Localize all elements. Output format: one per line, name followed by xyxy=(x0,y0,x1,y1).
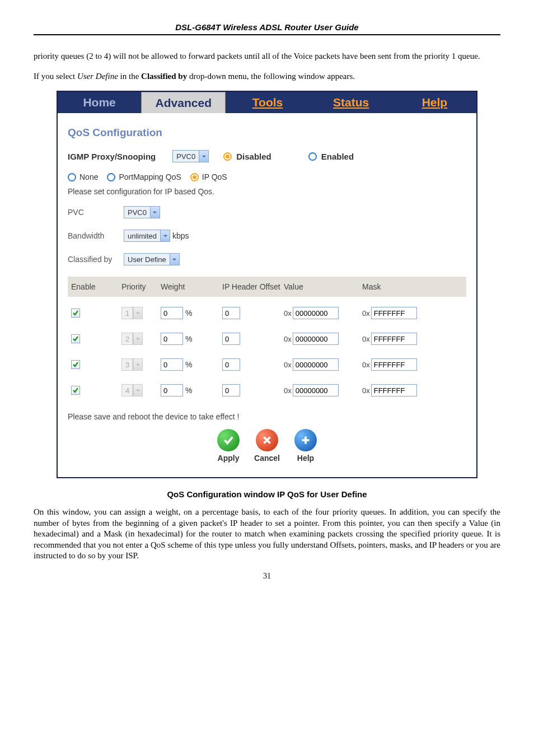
offset-input[interactable] xyxy=(222,384,240,396)
priority-select[interactable]: 2 xyxy=(121,333,143,345)
igmp-enabled-label: Enabled xyxy=(321,152,354,161)
igmp-disabled-radio[interactable] xyxy=(223,152,232,161)
qos-portmap-label: PortMapping QoS xyxy=(119,172,181,181)
enable-checkbox[interactable] xyxy=(71,334,80,343)
p2-bold: Classified by xyxy=(141,72,187,81)
priority-value: 2 xyxy=(122,335,133,343)
value-input[interactable] xyxy=(293,333,339,345)
weight-input[interactable] xyxy=(161,358,183,371)
value-input[interactable] xyxy=(293,358,339,371)
qos-none-radio[interactable] xyxy=(68,173,76,181)
paragraph-2: If you select User Define in the Classif… xyxy=(34,71,500,82)
priority-select[interactable]: 3 xyxy=(121,358,143,371)
value-input[interactable] xyxy=(293,307,339,319)
p2-mid: in the xyxy=(118,72,141,81)
th-mask: Mask xyxy=(362,282,441,291)
bandwidth-row: Bandwidth unlimited kbps xyxy=(68,230,466,242)
qos-ip-label: IP QoS xyxy=(202,172,227,181)
priority-select[interactable]: 4 xyxy=(121,384,143,396)
th-offset: IP Header Offset xyxy=(222,282,284,291)
enable-checkbox[interactable] xyxy=(71,309,80,318)
save-reboot-text: Please save and reboot the device to tak… xyxy=(68,412,466,421)
mask-input[interactable] xyxy=(371,333,417,345)
pvc-select[interactable]: PVC0 xyxy=(124,206,160,218)
nav-home[interactable]: Home xyxy=(58,92,141,113)
enable-checkbox[interactable] xyxy=(71,360,80,369)
hex-prefix: 0x xyxy=(362,386,370,395)
bandwidth-unit: kbps xyxy=(172,231,189,240)
plus-icon xyxy=(294,429,317,451)
hex-prefix: 0x xyxy=(284,309,292,318)
paragraph-3: On this window, you can assign a weight,… xyxy=(34,507,500,562)
weight-input[interactable] xyxy=(161,384,183,396)
mask-input[interactable] xyxy=(371,384,417,396)
value-input[interactable] xyxy=(293,384,339,396)
apply-button[interactable]: Apply xyxy=(217,429,240,463)
priority-value: 1 xyxy=(122,309,133,318)
table-row: 4 % 0x 0x xyxy=(68,382,466,399)
chevron-down-icon xyxy=(133,359,142,370)
pct-label: % xyxy=(185,334,192,343)
classified-by-value: User Define xyxy=(124,255,170,264)
mask-input[interactable] xyxy=(371,358,417,371)
nav-advanced[interactable]: Advanced xyxy=(141,92,226,113)
chevron-down-icon xyxy=(160,230,170,241)
qos-ip-radio[interactable] xyxy=(190,173,199,181)
chevron-down-icon xyxy=(133,385,142,396)
pvc-select-value: PVC0 xyxy=(124,208,150,217)
chevron-down-icon xyxy=(150,207,160,218)
pct-label: % xyxy=(185,309,192,318)
paragraph-1: priority queues (2 to 4) will not be all… xyxy=(34,51,500,62)
chevron-down-icon xyxy=(170,254,179,265)
hex-prefix: 0x xyxy=(284,361,292,369)
igmp-enabled-radio[interactable] xyxy=(308,152,317,161)
weight-input[interactable] xyxy=(161,333,183,345)
bandwidth-select[interactable]: unlimited xyxy=(124,230,170,242)
th-weight: Weight xyxy=(161,282,222,291)
nav-status[interactable]: Status xyxy=(310,92,393,113)
priority-select[interactable]: 1 xyxy=(121,307,143,319)
section-title: QoS Configuration xyxy=(68,127,466,139)
qos-type-row: None PortMapping QoS IP QoS xyxy=(68,172,466,181)
nav-help[interactable]: Help xyxy=(393,92,476,113)
qos-none-label: None xyxy=(79,172,98,181)
classified-by-label: Classified by xyxy=(68,255,124,264)
cancel-button[interactable]: Cancel xyxy=(254,429,280,463)
pct-label: % xyxy=(185,360,192,369)
table-row: 2 % 0x 0x xyxy=(68,330,466,347)
cancel-label: Cancel xyxy=(254,454,280,463)
weight-input[interactable] xyxy=(161,307,183,319)
hex-prefix: 0x xyxy=(284,335,292,343)
help-button[interactable]: Help xyxy=(294,429,317,463)
bandwidth-select-value: unlimited xyxy=(124,232,160,240)
nav-tools[interactable]: Tools xyxy=(226,92,309,113)
figure-caption: QoS Configuration window IP QoS for User… xyxy=(34,489,500,499)
qos-table-header: Enable Priority Weight IP Header Offset … xyxy=(68,277,466,297)
p2-prefix: If you select xyxy=(34,72,77,81)
table-row: 1 % 0x 0x xyxy=(68,305,466,321)
offset-input[interactable] xyxy=(222,333,240,345)
igmp-pvc-value: PVC0 xyxy=(173,152,199,161)
document-header: DSL-G684T Wireless ADSL Router User Guid… xyxy=(34,22,500,35)
classified-by-row: Classified by User Define xyxy=(68,253,466,265)
priority-value: 4 xyxy=(122,386,133,395)
igmp-label: IGMP Proxy/Snooping xyxy=(68,152,156,161)
th-enable: Enable xyxy=(71,282,121,291)
help-label: Help xyxy=(294,454,317,463)
hex-prefix: 0x xyxy=(284,386,292,395)
pct-label: % xyxy=(185,386,192,395)
enable-checkbox[interactable] xyxy=(71,386,80,395)
mask-input[interactable] xyxy=(371,307,417,319)
p2-suffix: drop-down menu, the following window app… xyxy=(187,72,355,81)
offset-input[interactable] xyxy=(222,307,240,319)
igmp-pvc-select[interactable]: PVC0 xyxy=(172,150,209,162)
priority-value: 3 xyxy=(122,361,133,369)
table-row: 3 % 0x 0x xyxy=(68,356,466,373)
chevron-down-icon xyxy=(133,333,142,344)
classified-by-select[interactable]: User Define xyxy=(124,253,180,265)
hex-prefix: 0x xyxy=(362,335,370,343)
qos-portmap-radio[interactable] xyxy=(107,173,115,181)
router-screenshot: Home Advanced Tools Status Help QoS Conf… xyxy=(57,91,477,478)
p2-ital: User Define xyxy=(77,72,118,81)
offset-input[interactable] xyxy=(222,358,240,371)
